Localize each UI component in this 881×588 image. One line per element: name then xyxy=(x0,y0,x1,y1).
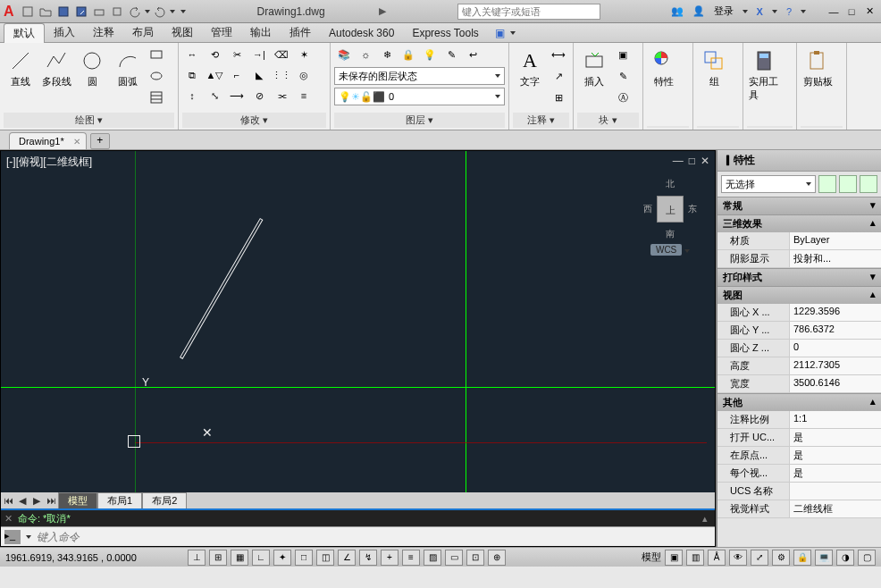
drawn-line-entity[interactable] xyxy=(180,218,263,359)
ellipse-icon[interactable] xyxy=(147,66,166,86)
ducs-icon[interactable]: ↯ xyxy=(359,550,377,566)
new-tab-button[interactable]: + xyxy=(90,133,110,149)
cat-general[interactable]: 常规▾ xyxy=(717,197,881,214)
am-icon[interactable]: ⊕ xyxy=(488,550,506,566)
redo-dropdown-icon[interactable] xyxy=(170,10,175,13)
prop-material[interactable]: 材质ByLayer xyxy=(717,232,881,250)
rotate-icon[interactable]: ⟲ xyxy=(205,45,224,64)
print-icon[interactable] xyxy=(109,4,125,20)
workspace-icon[interactable]: ⚙ xyxy=(772,550,790,566)
infocenter-icon[interactable]: 👥 xyxy=(671,5,684,17)
panel-title-block[interactable]: 块 ▾ xyxy=(577,113,639,128)
sc-icon[interactable]: ⊡ xyxy=(466,550,484,566)
modelspace-label[interactable]: 模型 xyxy=(642,550,661,564)
clipboard-button[interactable]: 剪贴板 xyxy=(801,45,835,92)
panel-title-annotation[interactable]: 注释 ▾ xyxy=(513,113,569,128)
edit-block-icon[interactable]: ✎ xyxy=(613,66,633,86)
help-dropdown-icon[interactable] xyxy=(801,10,806,13)
isolate-icon[interactable]: ◑ xyxy=(836,550,854,566)
ortho-icon[interactable]: ∟ xyxy=(252,550,270,566)
tab-a360[interactable]: Autodesk 360 xyxy=(320,25,403,41)
prop-height[interactable]: 高度2112.7305 xyxy=(717,357,881,375)
explode-icon[interactable]: ✶ xyxy=(294,45,314,64)
panel-title-draw[interactable]: 绘图 ▾ xyxy=(4,113,174,128)
tab-annotate[interactable]: 注释 xyxy=(84,23,123,42)
layout2-tab[interactable]: 布局2 xyxy=(142,492,187,509)
utilities-button[interactable]: 实用工具 xyxy=(747,45,781,105)
hardware-icon[interactable]: 💻 xyxy=(815,550,833,566)
otrack-icon[interactable]: ∠ xyxy=(338,550,356,566)
prop-ucsname[interactable]: UCS 名称 xyxy=(717,483,881,500)
circle-button[interactable]: 圆 xyxy=(75,45,109,92)
toolbar-lock-icon[interactable]: 🔒 xyxy=(793,550,811,566)
copy-icon[interactable]: ⧉ xyxy=(182,65,202,85)
mirror-icon[interactable]: ▲▽ xyxy=(205,65,224,85)
3dosnap-icon[interactable]: ◫ xyxy=(316,550,334,566)
erase-icon[interactable]: ⌫ xyxy=(272,45,291,64)
view-cube[interactable]: 北 西上东 南 WCS xyxy=(643,178,697,249)
tab-express[interactable]: Express Tools xyxy=(403,25,487,41)
help-search-input[interactable] xyxy=(457,4,600,20)
layer-freeze-icon[interactable]: ❄ xyxy=(377,45,397,64)
tab-prev-icon[interactable]: ◀ xyxy=(15,495,29,507)
cmd-recent-icon[interactable]: ▴ xyxy=(699,513,711,525)
lengthen-icon[interactable]: ⟶ xyxy=(227,86,247,105)
table-icon[interactable]: ⊞ xyxy=(549,88,568,107)
tab-next-icon[interactable]: ▶ xyxy=(29,495,44,507)
select-objects-icon[interactable] xyxy=(839,175,857,193)
properties-button[interactable]: 特性 xyxy=(647,45,681,92)
align-icon[interactable]: ≡ xyxy=(294,86,314,105)
offset-icon[interactable]: ◎ xyxy=(294,65,314,85)
toggle-pick-icon[interactable] xyxy=(860,175,877,193)
cat-misc[interactable]: 其他▴ xyxy=(717,393,881,411)
new-icon[interactable] xyxy=(20,4,36,20)
trim-icon[interactable]: ✂ xyxy=(227,45,247,64)
prop-width[interactable]: 宽度3500.6146 xyxy=(717,375,881,393)
move-icon[interactable]: ↔ xyxy=(182,45,202,64)
model-tab[interactable]: 模型 xyxy=(58,492,97,509)
open-icon[interactable] xyxy=(38,4,54,20)
array-icon[interactable]: ⋮⋮ xyxy=(272,65,291,85)
leader-icon[interactable]: ↗ xyxy=(549,66,568,86)
vp-minimize-icon[interactable]: — xyxy=(673,155,684,167)
layer-match-icon[interactable]: ✎ xyxy=(441,45,461,64)
exchange-dropdown-icon[interactable] xyxy=(772,10,777,13)
viewport-label[interactable]: [-][俯视][二维线框] xyxy=(6,155,92,170)
layer-off-icon[interactable]: 💡 xyxy=(420,45,440,64)
close-tab-icon[interactable]: ✕ xyxy=(73,137,80,147)
tab-insert[interactable]: 插入 xyxy=(45,23,84,42)
file-tab[interactable]: Drawing1* ✕ xyxy=(9,132,87,149)
command-prompt-icon[interactable]: ▸_ xyxy=(4,530,21,544)
group-button[interactable]: 组 xyxy=(697,45,731,92)
chamfer-icon[interactable]: ◣ xyxy=(249,65,269,85)
dyn-icon[interactable]: + xyxy=(381,550,399,566)
selection-combo[interactable]: 无选择 xyxy=(721,175,816,193)
layer-prop-icon[interactable]: 📚 xyxy=(334,45,354,64)
join-icon[interactable]: ⫘ xyxy=(272,86,291,105)
layer-prev-icon[interactable]: ↩ xyxy=(463,45,482,64)
cmd-close-icon[interactable]: ✕ xyxy=(4,513,13,525)
coordinate-readout[interactable]: 1961.6919, 343.9165 , 0.0000 xyxy=(5,552,184,563)
signin-icon[interactable]: 👤 xyxy=(692,5,705,17)
close-button[interactable]: ✕ xyxy=(861,4,877,20)
signin-label[interactable]: 登录 xyxy=(714,4,734,18)
qat-customize-icon[interactable] xyxy=(180,10,186,13)
cleanscreen-icon[interactable]: ▢ xyxy=(858,550,876,566)
redo-icon[interactable] xyxy=(152,4,168,20)
transparency-icon[interactable]: ▨ xyxy=(424,550,441,566)
maximize-button[interactable]: □ xyxy=(843,4,860,20)
saveas-icon[interactable] xyxy=(73,4,89,20)
command-input[interactable] xyxy=(37,531,711,543)
autoscale-icon[interactable]: ⤢ xyxy=(751,550,768,566)
polar-icon[interactable]: ✦ xyxy=(273,550,291,566)
tab-view[interactable]: 视图 xyxy=(163,23,202,42)
tab-last-icon[interactable]: ⏭ xyxy=(44,495,58,506)
prop-eachview[interactable]: 每个视...是 xyxy=(717,465,881,483)
tab-manage[interactable]: 管理 xyxy=(202,23,241,42)
tab-first-icon[interactable]: ⏮ xyxy=(1,495,15,506)
break-icon[interactable]: ⊘ xyxy=(249,86,269,105)
rectangle-icon[interactable] xyxy=(147,45,166,64)
grid-icon[interactable]: ▦ xyxy=(231,550,248,566)
prop-annoscale[interactable]: 注释比例1:1 xyxy=(717,411,881,429)
cat-3d[interactable]: 三维效果▴ xyxy=(717,214,881,232)
